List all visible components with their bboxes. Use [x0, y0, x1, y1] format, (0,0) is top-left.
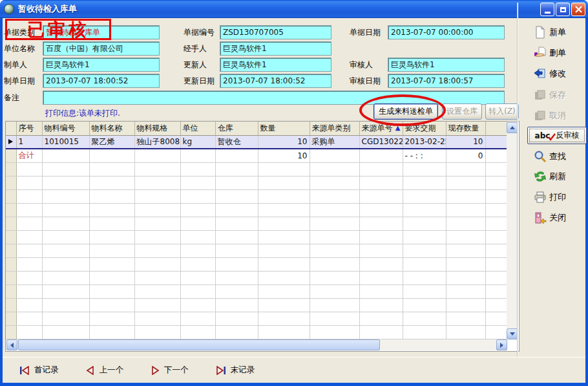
empty-row [6, 284, 507, 298]
col-unit[interactable]: 单位 [180, 122, 215, 135]
prev-record-label: 上一个 [100, 365, 124, 376]
auditor-field[interactable]: 巨灵鸟软件1 [388, 58, 505, 72]
scroll-up-icon [510, 126, 515, 129]
total-stock: 0 [446, 149, 485, 162]
update-date-field[interactable]: 2013-07-07 18:00:52 [220, 74, 331, 88]
refresh-icon [534, 170, 547, 183]
creator-field[interactable]: 巨灵鸟软件1 [43, 58, 160, 72]
cancel-button[interactable]: 取消 [534, 109, 566, 122]
doc-no-field[interactable]: ZSD130707005 [220, 25, 331, 39]
updater-field[interactable]: 巨灵鸟软件1 [220, 58, 331, 72]
toolbar-divider [517, 3, 518, 357]
last-record-icon [216, 366, 226, 375]
audit-date-field[interactable]: 2013-07-07 18:00:57 [388, 74, 505, 88]
app-icon [4, 4, 14, 14]
cell-warehouse[interactable]: 暂收仓 [215, 135, 258, 149]
empty-row [6, 312, 507, 325]
col-stock[interactable]: 现存数量 [446, 122, 485, 135]
red-check-icon [548, 133, 556, 141]
handler-label: 经手人 [184, 41, 207, 56]
app-window: 暂收待检入库单 单据类别 单位名称 制单人 制单日期 备注 暂收待检入库单 百度… [0, 0, 588, 386]
horizontal-scrollbar[interactable] [6, 339, 507, 350]
new-document-icon [534, 26, 547, 39]
scroll-down-icon [510, 332, 515, 336]
col-name[interactable]: 物料名称 [89, 122, 134, 135]
cell-unit[interactable]: kg [180, 135, 215, 149]
set-warehouse-button[interactable]: 设置仓库 [442, 103, 482, 120]
empty-row [6, 217, 507, 230]
company-label: 单位名称 [4, 41, 35, 56]
next-record-icon [151, 366, 160, 375]
total-row: 合计 10 - - : : 0 [6, 149, 507, 162]
prev-record-button[interactable]: 上一个 [86, 365, 124, 376]
scroll-left-button[interactable] [6, 339, 17, 350]
doc-no-label: 单据编号 [184, 25, 215, 39]
col-qty[interactable]: 数量 [258, 122, 310, 135]
scroll-right-button[interactable] [496, 339, 507, 350]
cell-src-type[interactable]: 采购单 [310, 135, 359, 149]
next-record-label: 下一个 [164, 365, 189, 376]
horizontal-scroll-thumb[interactable] [18, 339, 380, 350]
row-selector-cell[interactable] [6, 135, 16, 149]
empty-row [6, 176, 507, 189]
unaudit-button[interactable]: abc 反审核 [527, 127, 587, 144]
table-row[interactable]: 1 1010015 聚乙烯 独山子8008 kg 暂收仓 10 采购单 CGD1… [6, 135, 507, 149]
cell-stock[interactable]: 10 [446, 135, 485, 149]
grid-header-row: 序号 物料编号 物料名称 物料规格 单位 仓库 数量 来源单类别 来源单号▲ 要… [6, 122, 507, 135]
handler-field[interactable]: 巨灵鸟软件1 [220, 41, 331, 56]
update-date-label: 更新日期 [184, 74, 215, 88]
selector-column-header [6, 122, 16, 135]
doc-date-label: 单据日期 [350, 25, 381, 39]
total-qty: 10 [258, 149, 310, 162]
cancel-icon [534, 109, 547, 122]
save-button[interactable]: 保存 [534, 89, 566, 102]
close-form-button[interactable]: 关闭 [534, 211, 566, 224]
delete-doc-button[interactable]: 删单 [534, 47, 566, 59]
modify-button[interactable]: 修改 [534, 67, 566, 80]
col-code[interactable]: 物料编号 [42, 122, 89, 135]
creator-label: 制单人 [4, 58, 27, 72]
remark-label: 备注 [4, 91, 19, 105]
items-grid: 序号 物料编号 物料名称 物料规格 单位 仓库 数量 来源单类别 来源单号▲ 要… [6, 122, 507, 339]
cell-seq[interactable]: 1 [16, 135, 42, 149]
cell-src-no[interactable]: CGD130225 [359, 135, 403, 149]
col-spec[interactable]: 物料规格 [134, 122, 180, 135]
total-due: - - : : [403, 149, 446, 162]
save-icon [534, 89, 547, 102]
print-button[interactable]: 打印 [534, 191, 566, 204]
first-record-icon [19, 366, 30, 375]
last-record-button[interactable]: 末记录 [216, 365, 255, 376]
audit-date-label: 审核日期 [350, 74, 381, 88]
empty-row [6, 271, 507, 284]
cell-spec[interactable]: 独山子8008 [134, 135, 180, 149]
next-record-button[interactable]: 下一个 [151, 365, 189, 376]
company-field[interactable]: 百度（中国）有限公司 [43, 41, 160, 56]
col-warehouse[interactable]: 仓库 [215, 122, 258, 135]
scroll-down-button[interactable] [507, 328, 518, 339]
new-doc-button[interactable]: 新单 [534, 26, 566, 39]
doc-date-field[interactable]: 2013-07-07 00:00:00 [388, 25, 505, 39]
find-button[interactable]: 查找 [534, 150, 566, 163]
col-seq[interactable]: 序号 [16, 122, 42, 135]
scroll-up-button[interactable] [507, 122, 518, 133]
prev-record-icon [86, 366, 95, 375]
first-record-button[interactable]: 首记录 [19, 365, 59, 376]
empty-row [6, 203, 507, 217]
cell-code[interactable]: 1010015 [42, 135, 89, 149]
right-toolbar: 新单 删单 修改 保存 取消 abc [525, 0, 588, 386]
cell-qty[interactable]: 10 [258, 135, 310, 149]
create-date-field[interactable]: 2013-07-07 18:00:52 [43, 74, 160, 88]
find-icon [534, 150, 547, 163]
grid-body: 1 1010015 聚乙烯 独山子8008 kg 暂收仓 10 采购单 CGD1… [6, 135, 507, 339]
vertical-scrollbar[interactable] [507, 122, 518, 339]
refresh-button[interactable]: 刷新 [534, 170, 566, 183]
first-record-label: 首记录 [34, 365, 59, 376]
cell-name[interactable]: 聚乙烯 [89, 135, 134, 149]
print-info-text: 打印信息:该单未打印. [45, 108, 120, 119]
transfer-button[interactable]: 转入(Z) [485, 103, 519, 120]
col-src-type[interactable]: 来源单类别 [310, 122, 359, 135]
total-label: 合计 [16, 149, 42, 162]
record-navigation-bar: 首记录 上一个 下一个 末记录 [3, 357, 585, 383]
cell-due[interactable]: 2013-02-25 [403, 135, 446, 149]
empty-row [6, 230, 507, 244]
